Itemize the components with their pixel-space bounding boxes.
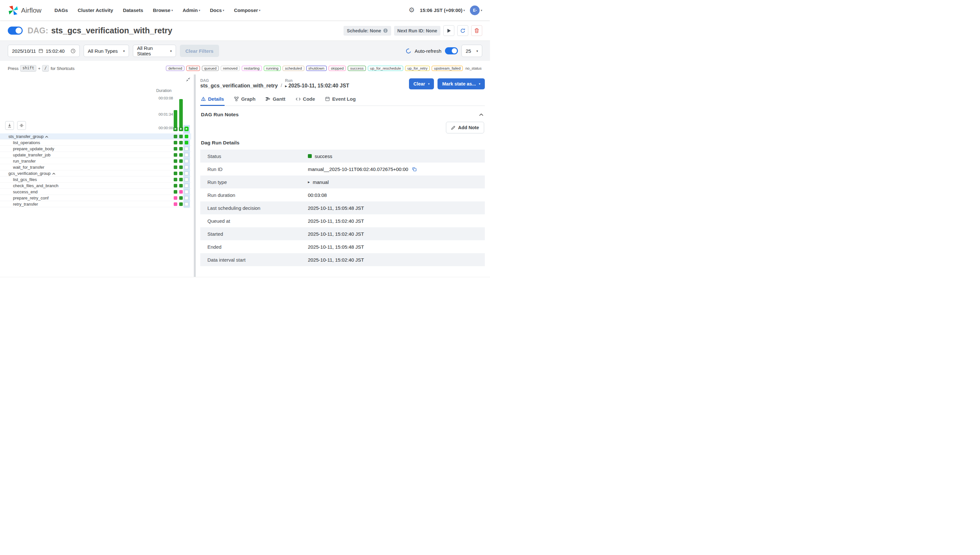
page-size-select[interactable]: 25 ▾ xyxy=(462,45,482,57)
task-square-prepare_retry_conf-run-1[interactable] xyxy=(174,196,177,200)
task-row-list_operations[interactable]: list_operations xyxy=(0,140,191,146)
legend-badge-scheduled[interactable]: scheduled xyxy=(283,66,304,71)
nav-cluster-activity[interactable]: Cluster Activity xyxy=(78,8,113,13)
copy-run-id-button[interactable] xyxy=(412,167,417,172)
airflow-brand-link[interactable]: Airflow xyxy=(8,5,42,16)
task-square-list_operations-run-2[interactable] xyxy=(179,141,183,144)
task-square-check_files_and_branch-run-1[interactable] xyxy=(174,184,177,188)
run-state-select[interactable]: All Run States ▾ xyxy=(133,45,176,57)
duration-bar-run-1[interactable] xyxy=(174,110,177,128)
task-square-run_transfer-run-1[interactable] xyxy=(174,159,177,163)
dag-run-state-square-2[interactable] xyxy=(179,127,183,131)
legend-badge-success[interactable]: success xyxy=(348,66,366,71)
nav-composer[interactable]: Composer▾ xyxy=(234,8,261,13)
nav-browse[interactable]: Browse▾ xyxy=(153,8,173,13)
reparse-dag-button[interactable] xyxy=(457,25,468,36)
collapse-group-icon[interactable] xyxy=(52,170,55,176)
tab-gantt[interactable]: Gantt xyxy=(265,93,286,106)
task-square-run_transfer-run-3[interactable] xyxy=(185,159,188,163)
task-square-update_transfer_job-run-1[interactable] xyxy=(174,153,177,157)
task-square-retry_transfer-run-3[interactable] xyxy=(185,202,188,206)
delete-dag-button[interactable] xyxy=(471,25,482,36)
task-square-gcs_verification_group-run-3[interactable] xyxy=(185,172,188,175)
add-note-button[interactable]: Add Note xyxy=(446,122,484,133)
task-square-gcs_verification_group-run-2[interactable] xyxy=(179,172,183,175)
task-square-wait_for_transfer-run-1[interactable] xyxy=(174,165,177,169)
task-row-prepare_update_body[interactable]: prepare_update_body xyxy=(0,146,191,152)
task-square-retry_transfer-run-1[interactable] xyxy=(174,202,177,206)
task-square-sts_transfer_group-run-3[interactable] xyxy=(185,135,188,138)
settings-gear-icon[interactable]: ⚙ xyxy=(409,7,415,14)
task-square-sts_transfer_group-run-2[interactable] xyxy=(179,135,183,138)
info-icon[interactable] xyxy=(383,28,388,33)
task-square-update_transfer_job-run-2[interactable] xyxy=(179,153,183,157)
nav-dags[interactable]: DAGs xyxy=(55,8,68,13)
nav-datasets[interactable]: Datasets xyxy=(123,8,143,13)
legend-badge-removed[interactable]: removed xyxy=(221,66,240,71)
dag-run-state-square-3[interactable] xyxy=(184,127,188,131)
task-square-list_gcs_files-run-2[interactable] xyxy=(179,178,183,181)
task-square-sts_transfer_group-run-1[interactable] xyxy=(174,135,177,138)
clear-run-button[interactable]: Clear ▾ xyxy=(409,79,434,89)
task-row-gcs_verification_group[interactable]: gcs_verification_group xyxy=(0,170,191,176)
task-square-prepare_retry_conf-run-2[interactable] xyxy=(179,196,183,200)
task-square-update_transfer_job-run-3[interactable] xyxy=(185,153,188,157)
tab-code[interactable]: Code xyxy=(295,93,316,106)
legend-badge-up_for_retry[interactable]: up_for_retry xyxy=(405,66,430,71)
timezone-selector[interactable]: 15:06 JST (+09:00)▾ xyxy=(420,8,465,13)
dag-run-state-square-1[interactable] xyxy=(174,127,178,131)
legend-badge-deferred[interactable]: deferred xyxy=(166,66,184,71)
collapse-notes-button[interactable] xyxy=(479,113,484,116)
task-square-success_end-run-2[interactable] xyxy=(179,190,183,194)
legend-badge-restarting[interactable]: restarting xyxy=(242,66,262,71)
task-row-update_transfer_job[interactable]: update_transfer_job xyxy=(0,152,191,158)
dag-pause-toggle[interactable] xyxy=(8,27,23,35)
task-row-wait_for_transfer[interactable]: wait_for_transfer xyxy=(0,164,191,170)
task-row-check_files_and_branch[interactable]: check_files_and_branch xyxy=(0,183,191,189)
task-row-list_gcs_files[interactable]: list_gcs_files xyxy=(0,176,191,183)
mark-state-button[interactable]: Mark state as... ▾ xyxy=(438,79,485,89)
run-datetime-input[interactable]: 2025/10/11 15:02:40 xyxy=(8,45,80,57)
legend-badge-upstream_failed[interactable]: upstream_failed xyxy=(432,66,463,71)
collapse-all-groups-button[interactable] xyxy=(5,121,14,130)
tab-event-log[interactable]: Event Log xyxy=(324,93,356,106)
legend-badge-failed[interactable]: failed xyxy=(186,66,200,71)
legend-badge-up_for_reschedule[interactable]: up_for_reschedule xyxy=(368,66,403,71)
auto-refresh-toggle[interactable] xyxy=(445,47,458,55)
trigger-dag-button[interactable] xyxy=(443,25,454,36)
task-square-wait_for_transfer-run-3[interactable] xyxy=(185,165,188,169)
legend-badge-skipped[interactable]: skipped xyxy=(328,66,346,71)
breadcrumb-run-value[interactable]: ▸ 2025-10-11, 15:02:40 JST xyxy=(285,83,349,89)
task-square-list_gcs_files-run-3[interactable] xyxy=(185,178,188,181)
task-square-success_end-run-3[interactable] xyxy=(185,190,188,194)
task-row-retry_transfer[interactable]: retry_transfer xyxy=(0,201,191,207)
task-row-sts_transfer_group[interactable]: sts_transfer_group xyxy=(0,133,191,140)
task-row-run_transfer[interactable]: run_transfer xyxy=(0,158,191,164)
collapse-group-icon[interactable] xyxy=(45,133,48,139)
duration-bar-run-2[interactable] xyxy=(179,99,183,128)
legend-badge-queued[interactable]: queued xyxy=(202,66,219,71)
run-type-select[interactable]: All Run Types ▾ xyxy=(84,45,129,57)
task-square-list_gcs_files-run-1[interactable] xyxy=(174,178,177,181)
task-square-prepare_update_body-run-3[interactable] xyxy=(185,147,188,151)
task-square-prepare_update_body-run-1[interactable] xyxy=(174,147,177,151)
expand-all-groups-button[interactable] xyxy=(17,121,26,130)
nav-admin[interactable]: Admin▾ xyxy=(182,8,200,13)
clear-filters-button[interactable]: Clear Filters xyxy=(180,45,219,57)
task-square-list_operations-run-3[interactable] xyxy=(185,141,188,144)
breadcrumb-dag-value[interactable]: sts_gcs_verification_with_retry xyxy=(200,83,278,89)
legend-badge-running[interactable]: running xyxy=(264,66,281,71)
task-square-retry_transfer-run-2[interactable] xyxy=(179,202,183,206)
task-square-check_files_and_branch-run-2[interactable] xyxy=(179,184,183,188)
task-square-prepare_retry_conf-run-3[interactable] xyxy=(185,196,188,200)
tab-graph[interactable]: Graph xyxy=(233,93,256,106)
task-row-prepare_retry_conf[interactable]: prepare_retry_conf xyxy=(0,195,191,201)
task-square-list_operations-run-1[interactable] xyxy=(174,141,177,144)
task-square-prepare_update_body-run-2[interactable] xyxy=(179,147,183,151)
legend-badge-shutdown[interactable]: shutdown xyxy=(306,66,327,71)
task-square-check_files_and_branch-run-3[interactable] xyxy=(185,184,188,188)
nav-docs[interactable]: Docs▾ xyxy=(210,8,224,13)
task-square-gcs_verification_group-run-1[interactable] xyxy=(174,172,177,175)
task-square-success_end-run-1[interactable] xyxy=(174,190,177,194)
task-square-run_transfer-run-2[interactable] xyxy=(179,159,183,163)
